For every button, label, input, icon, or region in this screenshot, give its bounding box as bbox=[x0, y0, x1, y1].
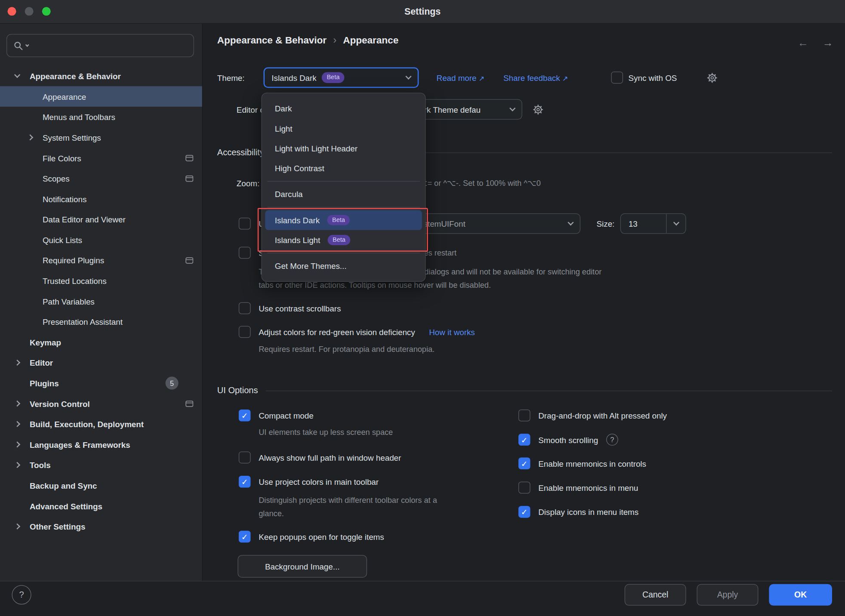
sidebar-item-version-control[interactable]: Version Control bbox=[0, 393, 202, 414]
minimize-button[interactable] bbox=[25, 7, 34, 15]
sidebar-item-trusted-locations[interactable]: Trusted Locations bbox=[0, 271, 202, 291]
font-size-value: 13 bbox=[621, 219, 637, 228]
menu-item-dark[interactable]: Dark bbox=[265, 99, 422, 118]
chevron-right-icon[interactable] bbox=[27, 134, 33, 140]
ok-button[interactable]: OK bbox=[769, 584, 832, 606]
settings-content: Appearance & Behavior › Appearance ← → T… bbox=[203, 24, 845, 581]
menu-item-islands-light[interactable]: Islands Light Beta bbox=[265, 230, 422, 250]
sidebar-item-path-variables[interactable]: Path Variables bbox=[0, 291, 202, 311]
option-contrast-scrollbars[interactable]: Use contrast scrollbars bbox=[239, 301, 341, 316]
project-colors-checkbox[interactable] bbox=[239, 476, 251, 488]
breadcrumb-current: Appearance bbox=[343, 35, 398, 46]
option-project-colors[interactable]: Use project colors in main toolbar bbox=[239, 474, 379, 489]
cancel-button[interactable]: Cancel bbox=[625, 584, 686, 606]
background-image-button[interactable]: Background Image... bbox=[237, 555, 367, 578]
sidebar-item-appearance-behavior[interactable]: Appearance & Behavior bbox=[0, 66, 202, 86]
option-keep-popups-open[interactable]: Keep popups open for toggle items bbox=[239, 529, 384, 544]
menu-item-islands-dark[interactable]: Islands Dark Beta bbox=[265, 210, 422, 230]
sidebar-item-data-editor-viewer[interactable]: Data Editor and Viewer bbox=[0, 209, 202, 230]
mnemonics-controls-checkbox[interactable] bbox=[518, 457, 530, 469]
sidebar-item-advanced-settings[interactable]: Advanced Settings bbox=[0, 496, 202, 516]
page-title: Settings bbox=[404, 6, 441, 17]
option-drag-drop-alt[interactable]: Drag-and-drop with Alt pressed only bbox=[518, 408, 667, 423]
font-size-label: Size: bbox=[597, 219, 615, 228]
sidebar-item-system-settings[interactable]: System Settings bbox=[0, 127, 202, 148]
sidebar-item-other-settings[interactable]: Other Settings bbox=[0, 516, 202, 537]
sidebar-item-file-colors[interactable]: File Colors bbox=[0, 148, 202, 168]
sidebar-item-menus-toolbars[interactable]: Menus and Toolbars bbox=[0, 107, 202, 127]
menu-item-high-contrast[interactable]: High Contrast bbox=[265, 158, 422, 178]
sidebar-item-languages-frameworks[interactable]: Languages & Frameworks bbox=[0, 434, 202, 455]
sidebar-item-tools[interactable]: Tools bbox=[0, 455, 202, 475]
share-feedback-link[interactable]: Share feedback↗ bbox=[503, 73, 568, 82]
option-smooth-scrolling[interactable]: Smooth scrolling ? bbox=[518, 432, 618, 447]
forward-arrow-button[interactable]: → bbox=[822, 37, 833, 49]
contrast-scrollbars-checkbox[interactable] bbox=[239, 302, 251, 314]
sidebar-item-required-plugins[interactable]: Required Plugins bbox=[0, 250, 202, 271]
apply-button[interactable]: Apply bbox=[697, 584, 759, 606]
chevron-right-icon[interactable] bbox=[14, 441, 20, 447]
smooth-scrolling-checkbox[interactable] bbox=[518, 434, 530, 446]
project-window-icon bbox=[185, 257, 194, 264]
sidebar-item-editor[interactable]: Editor bbox=[0, 352, 202, 373]
chevron-right-icon[interactable] bbox=[14, 400, 20, 407]
option-mnemonics-menu[interactable]: Enable mnemonics in menu bbox=[518, 480, 638, 495]
sync-settings-gear-icon[interactable] bbox=[706, 71, 719, 84]
read-more-link[interactable]: Read more↗ bbox=[437, 73, 485, 82]
option-full-path-header[interactable]: Always show full path in window header bbox=[239, 450, 401, 465]
back-arrow-button[interactable]: ← bbox=[798, 37, 808, 49]
sidebar-item-appearance[interactable]: Appearance bbox=[0, 86, 202, 107]
menu-separator bbox=[267, 253, 419, 253]
menu-item-light-light-header[interactable]: Light with Light Header bbox=[265, 139, 422, 158]
how-it-works-link[interactable]: How it works bbox=[429, 327, 475, 336]
chevron-right-icon[interactable] bbox=[14, 360, 20, 366]
red-green-checkbox[interactable] bbox=[239, 326, 251, 338]
menu-item-light[interactable]: Light bbox=[265, 119, 422, 139]
option-mnemonics-controls[interactable]: Enable mnemonics in controls bbox=[518, 456, 646, 471]
chevron-down-icon[interactable] bbox=[14, 72, 20, 78]
sidebar-item-notifications[interactable]: Notifications bbox=[0, 188, 202, 209]
help-button[interactable]: ? bbox=[12, 585, 31, 604]
help-question-icon[interactable]: ? bbox=[606, 434, 618, 446]
mnemonics-menu-checkbox[interactable] bbox=[518, 482, 530, 494]
external-link-icon: ↗ bbox=[562, 74, 568, 82]
breadcrumb-parent[interactable]: Appearance & Behavior bbox=[217, 35, 327, 46]
project-window-icon bbox=[185, 175, 194, 182]
external-link-icon: ↗ bbox=[479, 74, 485, 82]
menu-item-darcula[interactable]: Darcula bbox=[265, 184, 422, 204]
option-display-menu-icons[interactable]: Display icons in menu items bbox=[518, 504, 638, 519]
theme-select[interactable]: Islands Dark Beta bbox=[263, 68, 419, 88]
zoom-button[interactable] bbox=[42, 7, 51, 15]
sidebar-item-plugins[interactable]: Plugins 5 bbox=[0, 373, 202, 394]
sidebar-item-quick-lists[interactable]: Quick Lists bbox=[0, 230, 202, 250]
menu-separator bbox=[267, 207, 419, 207]
menu-icons-checkbox[interactable] bbox=[518, 506, 530, 518]
search-input[interactable] bbox=[31, 41, 187, 50]
sidebar-item-presentation-assistant[interactable]: Presentation Assistant bbox=[0, 311, 202, 332]
title-bar: Settings bbox=[0, 0, 845, 24]
chevron-right-icon[interactable] bbox=[14, 524, 20, 530]
project-window-icon bbox=[185, 400, 194, 407]
keep-popups-checkbox[interactable] bbox=[239, 531, 251, 543]
menu-item-get-more-themes[interactable]: Get More Themes... bbox=[265, 256, 422, 276]
full-path-checkbox[interactable] bbox=[239, 452, 251, 464]
close-button[interactable] bbox=[8, 7, 16, 15]
font-size-select[interactable]: 13 bbox=[620, 213, 686, 234]
settings-sidebar: Appearance & Behavior Appearance Menus a… bbox=[0, 24, 203, 581]
scheme-settings-gear-icon[interactable] bbox=[532, 103, 544, 116]
search-field[interactable] bbox=[6, 34, 194, 57]
use-custom-font-checkbox[interactable] bbox=[239, 218, 251, 230]
option-compact-mode[interactable]: Compact mode bbox=[239, 408, 314, 423]
sidebar-item-backup-sync[interactable]: Backup and Sync bbox=[0, 475, 202, 496]
search-history-chevron-icon[interactable] bbox=[25, 43, 29, 47]
compact-mode-checkbox[interactable] bbox=[239, 410, 251, 422]
sidebar-item-build-execution-deployment[interactable]: Build, Execution, Deployment bbox=[0, 414, 202, 434]
chevron-right-icon[interactable] bbox=[14, 421, 20, 427]
sidebar-item-keymap[interactable]: Keymap bbox=[0, 332, 202, 353]
drag-drop-alt-checkbox[interactable] bbox=[518, 410, 530, 422]
sidebar-item-scopes[interactable]: Scopes bbox=[0, 168, 202, 189]
option-red-green-vision[interactable]: Adjust colors for red-green vision defic… bbox=[239, 324, 475, 339]
sync-with-os-checkbox[interactable] bbox=[611, 72, 623, 84]
chevron-right-icon[interactable] bbox=[14, 462, 20, 468]
screen-readers-checkbox[interactable] bbox=[239, 247, 251, 259]
